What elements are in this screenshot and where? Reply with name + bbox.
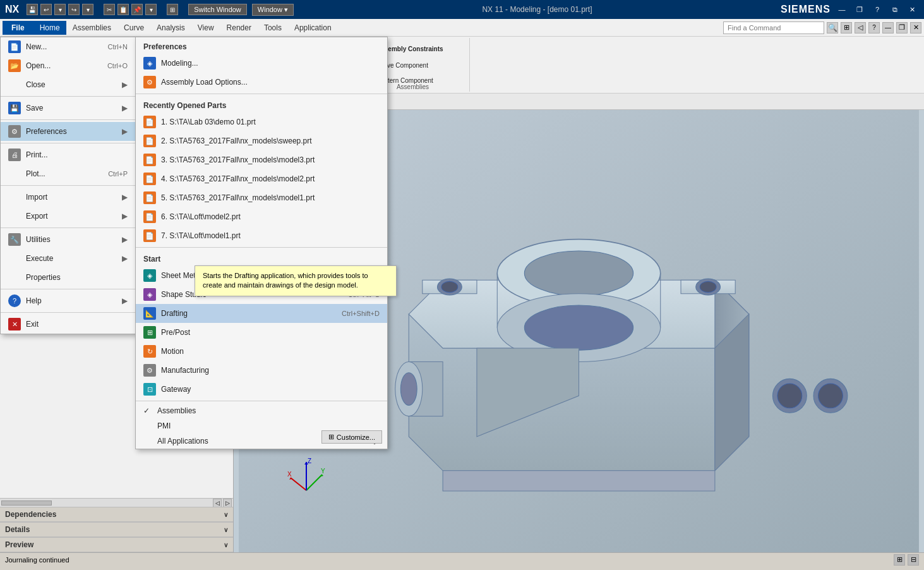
plot-shortcut: Ctrl+P [108,170,128,178]
file-menu-save[interactable]: 💾 Save ▶ [1,99,135,118]
accordion-dependencies[interactable]: Dependencies ∨ [0,507,233,522]
horizontal-scrollbar[interactable]: ◁ ▷ [0,498,233,507]
file-menu-import[interactable]: Import ▶ [1,188,135,207]
redo-icon[interactable]: ↪ [68,4,80,15]
recent-item-6: 6. S:\TA\Loft\model2.prt [161,212,241,221]
redo-dropdown-icon[interactable]: ▾ [82,4,93,15]
restore-button[interactable]: ❐ [853,4,866,15]
customize-button[interactable]: ⊞ Customize... [321,430,382,444]
exit-icon: ✕ [8,318,21,330]
file-menu-execute[interactable]: Execute ▶ [1,249,135,268]
paste-icon[interactable]: 📌 [131,4,143,15]
file-menu-help[interactable]: ? Help ▶ [1,291,135,310]
menu-curve[interactable]: Curve [117,21,150,35]
find-extra-icon[interactable]: ⊞ [841,22,852,33]
find-restore-icon[interactable]: ❐ [896,22,908,33]
execute-arrow: ▶ [122,254,128,263]
sheet-metal-icon: ◈ [143,269,156,282]
all-apps-label: All Applications [157,437,208,446]
menu-file[interactable]: File [3,21,33,35]
modeling-icon: ◈ [143,57,156,70]
find-command-input[interactable] [723,21,824,34]
file-menu-open[interactable]: 📂 Open... Ctrl+O [1,56,135,75]
file-menu-properties[interactable]: Properties [1,268,135,287]
scroll-left-btn[interactable]: ◁ [213,499,222,507]
list-item[interactable]: 📄 7. S:\TA\Loft\model1.prt [136,226,387,245]
find-help-icon[interactable]: ? [868,22,880,33]
find-close-icon[interactable]: ✕ [910,22,921,33]
list-item[interactable]: 📄 2. S:\TA5763_2017Fall\nx_models\sweep.… [136,131,387,150]
find-search-icon[interactable]: 🔍 [827,22,838,33]
snap-icon[interactable]: ⊞ [167,4,178,15]
file-sep1 [1,96,135,97]
help-button[interactable]: ? [871,4,884,15]
file-sep2 [1,119,135,120]
list-item[interactable]: 📄 4. S:\TA5763_2017Fall\nx_models\model2… [136,169,387,188]
submenu-prepost[interactable]: ⊞ Pre/Post [136,323,387,342]
accordion: Dependencies ∨ Details ∨ Preview ∨ [0,507,233,552]
cut-icon[interactable]: ✂ [104,4,115,15]
manufacturing-icon: ⚙ [143,364,156,377]
find-back-icon[interactable]: ◁ [855,22,866,33]
menu-analysis[interactable]: Analysis [150,21,191,35]
float-button[interactable]: ⧉ [889,4,901,15]
menu-application[interactable]: Application [288,21,338,35]
status-icon2[interactable]: ⊟ [908,554,919,566]
submenu-gateway[interactable]: ⊡ Gateway [136,380,387,399]
recent-file-icon: 📄 [143,154,156,166]
undo-dropdown-icon[interactable]: ▾ [54,4,66,15]
find-minimize-icon[interactable]: — [882,22,894,33]
list-item[interactable]: 📄 3. S:\TA5763_2017Fall\nx_models\model3… [136,150,387,169]
recent-item-2: 2. S:\TA5763_2017Fall\nx_models\sweep.pr… [161,136,312,145]
utilities-icon: 🔧 [8,233,21,246]
paste-dropdown-icon[interactable]: ▾ [145,4,157,15]
scroll-right-btn[interactable]: ▷ [223,499,232,507]
list-item[interactable]: 📄 1. S:\TA\Lab 03\demo 01.prt [136,112,387,131]
file-menu-dropdown: 📄 New... Ctrl+N 📂 Open... Ctrl+O Close ▶… [0,37,136,334]
menu-render[interactable]: Render [220,21,258,35]
accordion-details[interactable]: Details ∨ [0,522,233,537]
accordion-preview[interactable]: Preview ∨ [0,537,233,552]
plot-icon [8,167,21,180]
switch-window-btn[interactable]: Switch Window [188,4,247,15]
save-icon[interactable]: 💾 [27,4,38,15]
export-icon [8,210,21,222]
file-menu-plot[interactable]: Plot... Ctrl+P [1,164,135,183]
submenu-manufacturing[interactable]: ⚙ Manufacturing [136,361,387,380]
submenu-drafting[interactable]: 📐 Drafting Ctrl+Shift+D [136,304,387,323]
preview-label: Preview [5,540,33,549]
list-item[interactable]: 📄 6. S:\TA\Loft\model2.prt [136,207,387,226]
menu-home[interactable]: Home [33,21,66,35]
menu-assemblies[interactable]: Assemblies [66,21,117,35]
file-menu-preferences[interactable]: ⚙ Preferences ▶ [1,122,135,141]
scroll-thumb[interactable] [1,500,52,506]
list-item[interactable]: 📄 5. S:\TA5763_2017Fall\nx_models\model1… [136,188,387,207]
file-menu-print[interactable]: 🖨 Print... [1,145,135,164]
status-icon1[interactable]: ⊞ [894,554,905,566]
file-menu-export[interactable]: Export ▶ [1,207,135,226]
file-menu-new[interactable]: 📄 New... Ctrl+N [1,37,135,56]
help-label: Help [26,296,42,305]
undo-icon[interactable]: ↩ [40,4,52,15]
minimize-button[interactable]: — [836,4,848,15]
close-button[interactable]: ✕ [906,4,919,15]
import-icon [8,191,21,203]
recently-section-header: Recently Opened Parts [136,96,387,112]
submenu-motion[interactable]: ↻ Motion [136,342,387,361]
dependencies-label: Dependencies [5,510,56,519]
copy-icon[interactable]: 📋 [117,4,129,15]
submenu-modeling[interactable]: ◈ Modeling... [136,54,387,73]
file-menu-utilities[interactable]: 🔧 Utilities ▶ [1,230,135,249]
properties-label: Properties [26,273,61,282]
preferences-arrow: ▶ [122,127,128,136]
file-menu-close[interactable]: Close ▶ [1,75,135,94]
submenu-assembly-load[interactable]: ⚙ Assembly Load Options... [136,73,387,92]
window-btn[interactable]: Window ▾ [252,4,294,16]
details-chevron: ∨ [224,526,228,533]
file-menu-exit[interactable]: ✕ Exit [1,315,135,334]
menu-view[interactable]: View [191,21,220,35]
submenu-assemblies-check[interactable]: ✓ Assemblies [136,403,387,418]
menu-tools[interactable]: Tools [258,21,288,35]
print-icon: 🖨 [8,149,21,161]
shape-studio-icon: ◈ [143,288,156,301]
